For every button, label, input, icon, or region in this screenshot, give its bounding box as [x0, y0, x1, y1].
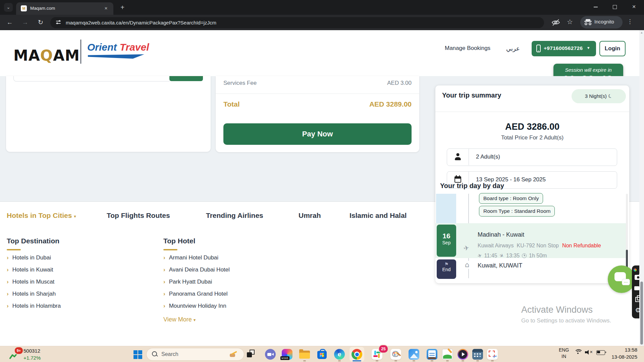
adults-field[interactable]: 2 Adult(s) — [447, 148, 617, 166]
new-tab-button[interactable]: + — [118, 3, 127, 12]
chevron-icon: › — [7, 254, 9, 261]
stock-value[interactable]: 500312 — [23, 348, 40, 354]
person-icon — [454, 153, 461, 161]
pay-now-button[interactable]: Pay Now — [223, 123, 412, 145]
media-player-app-icon[interactable] — [458, 349, 468, 360]
forward-button[interactable]: → — [19, 17, 31, 28]
chevron-icon: › — [163, 254, 165, 261]
teams-app-icon[interactable] — [265, 349, 276, 360]
promo-input[interactable] — [13, 76, 171, 81]
screen-record-icon[interactable] — [634, 286, 639, 290]
destination-link[interactable]: ›Hotels in Kuwait — [7, 266, 53, 273]
volume-muted-icon[interactable] — [585, 350, 594, 355]
logo-text-left: MA — [13, 47, 40, 64]
snipping-tool-app-icon[interactable]: ✂ — [487, 349, 498, 360]
footer-tab-islamic-halal[interactable]: Islamic and Halal — [350, 212, 407, 220]
running-indicator — [376, 360, 378, 361]
notepad-app-icon[interactable] — [427, 349, 437, 360]
footer-tab-hotels-top-cities[interactable]: Hotels in Top Cities ▾ — [7, 212, 76, 220]
back-button[interactable]: ← — [4, 17, 15, 28]
paint-app-icon[interactable] — [390, 349, 401, 360]
flight-times: ✈ 11:45 ✈ 13:35 1h 50m — [478, 253, 547, 259]
trip-summary-title: Your trip summary — [442, 92, 501, 99]
services-fee-label: Services Fee — [223, 80, 257, 86]
end-location: Kuwait, KUWAIT — [478, 262, 522, 269]
destination-link[interactable]: ›Hotels in Holambra — [7, 303, 61, 309]
flight-route: Madinah - Kuwait — [478, 231, 524, 238]
flight-number: KU-792 Non Stop — [517, 243, 558, 248]
manage-bookings-link[interactable]: Manage Bookings — [445, 45, 490, 52]
screen: ⌄ M Maqam.com ✕ + ✕ ← → ↻ maqamqa2web.ca… — [0, 0, 644, 362]
browser-tab[interactable]: M Maqam.com ✕ — [16, 2, 113, 15]
running-indicator — [446, 360, 449, 361]
promo-apply-button[interactable] — [169, 76, 203, 81]
hotel-link[interactable]: ›Mountview Holiday Inn — [163, 303, 226, 309]
tab-caret-icon: ▾ — [74, 214, 76, 219]
hotel-link[interactable]: ›Armani Hotel Dubai — [163, 254, 218, 261]
wifi-icon[interactable] — [574, 349, 582, 355]
file-explorer-app-icon[interactable] — [299, 349, 310, 360]
task-view-button[interactable] — [247, 352, 252, 357]
window-close-button[interactable]: ✕ — [626, 0, 642, 13]
reload-button[interactable]: ↻ — [35, 17, 46, 28]
chrome-app-icon[interactable] — [352, 349, 362, 360]
photos-app-icon[interactable] — [409, 349, 419, 360]
taskbar-search[interactable]: Search — [146, 348, 244, 361]
tray-time[interactable]: 13:58 — [604, 347, 637, 353]
eye-off-icon[interactable] — [551, 17, 561, 27]
hotel-link[interactable]: ›Panorama Grand Hotel — [163, 291, 228, 297]
home-icon: ⌂ — [464, 261, 470, 269]
running-indicator — [394, 360, 397, 361]
landing-icon: ✈ — [498, 252, 505, 259]
end-label: End — [437, 267, 456, 272]
airline-name: Kuwait Airways — [478, 243, 514, 248]
chevron-icon: › — [7, 303, 9, 309]
running-indicator — [303, 360, 306, 361]
hotel-label: Park Hyatt Dubai — [169, 279, 212, 285]
maqam-logo[interactable]: MAQAM — [13, 47, 80, 64]
copilot-m365-app-icon[interactable]: M365 — [282, 349, 292, 360]
scrollbar-up-arrow[interactable]: ▲ — [639, 31, 644, 34]
calculator-app-icon[interactable] — [472, 349, 483, 360]
hotel-label: Avani Deira Dubai Hotel — [169, 266, 230, 273]
footer-tab-trending-airlines[interactable]: Trending Airlines — [206, 212, 263, 220]
arrival-time: 13:35 — [506, 253, 520, 259]
image-viewer-app-icon[interactable] — [442, 349, 453, 360]
destination-label: Hotels in Dubai — [12, 254, 51, 261]
language-indicator-top[interactable]: ENG — [559, 347, 569, 353]
site-settings-icon[interactable] — [56, 20, 61, 25]
microsoft-store-app-icon[interactable] — [317, 349, 327, 360]
tab-close-icon[interactable]: ✕ — [103, 5, 109, 12]
footer-tab-label: Hotels in Top Cities — [7, 212, 72, 219]
view-more-link[interactable]: View More ▾ — [163, 316, 196, 323]
news-badge: 9+ — [14, 347, 23, 355]
hotel-link[interactable]: ›Avani Deira Dubai Hotel — [163, 266, 230, 273]
window-minimize-button[interactable] — [588, 0, 603, 13]
activate-windows-watermark: Activate Windows — [521, 305, 593, 315]
browser-menu-icon[interactable]: ⋮ — [627, 17, 633, 27]
chat-widget-button[interactable]: ... — [608, 265, 635, 293]
search-icon — [152, 351, 158, 357]
tab-search-caret-icon[interactable]: ⌄ — [4, 3, 13, 12]
destination-link[interactable]: ›Hotels in Muscat — [7, 279, 54, 285]
edge-app-icon[interactable]: e — [334, 349, 345, 360]
top-destination-underline — [7, 249, 21, 250]
language-link[interactable]: عربي — [506, 45, 520, 52]
window-restore-button[interactable] — [607, 0, 623, 13]
start-button[interactable] — [133, 350, 142, 359]
hotel-link[interactable]: ›Park Hyatt Dubai — [163, 279, 212, 285]
chevron-icon: › — [163, 291, 165, 297]
restore-icon — [613, 5, 617, 9]
footer-tab-umrah[interactable]: Umrah — [299, 212, 321, 220]
footer-tab-top-flights[interactable]: Top Flights Routes — [107, 212, 170, 220]
address-bar[interactable]: maqamqa2web.caxita.ca/en/DynamicPackageP… — [50, 17, 544, 28]
login-button[interactable]: Login — [599, 41, 626, 56]
page-scrollbar-thumb[interactable] — [640, 282, 643, 345]
phone-button[interactable]: +971600562726 ▾ — [532, 41, 596, 56]
destination-label: Hotels in Sharjah — [12, 291, 56, 297]
room-type-badge: Room Type : Standard Room — [479, 206, 555, 217]
bookmark-star-icon[interactable]: ☆ — [565, 17, 575, 27]
destination-link[interactable]: ›Hotels in Sharjah — [7, 291, 56, 297]
favicon-letter: M — [22, 6, 25, 10]
destination-link[interactable]: ›Hotels in Dubai — [7, 254, 51, 261]
